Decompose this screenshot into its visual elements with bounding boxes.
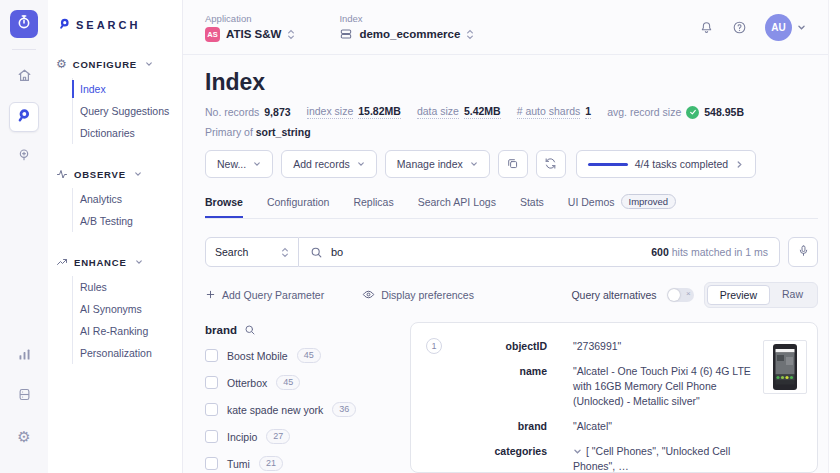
tab-stats[interactable]: Stats bbox=[520, 196, 544, 217]
display-preferences-button[interactable]: Display preferences bbox=[362, 288, 474, 303]
hit-rank-badge: 1 bbox=[426, 338, 442, 354]
manage-index-button[interactable]: Manage index bbox=[385, 150, 490, 178]
tab-search-api-logs[interactable]: Search API Logs bbox=[418, 196, 496, 217]
sidebar-item-dictionaries[interactable]: Dictionaries bbox=[80, 122, 182, 144]
help-icon[interactable] bbox=[732, 20, 747, 35]
sidebar-item-index[interactable]: Index bbox=[80, 78, 182, 100]
stat-no-records: No. records9,873 bbox=[205, 106, 291, 118]
section-header-observe[interactable]: OBSERVE bbox=[56, 168, 182, 180]
nav-section-enhance: ENHANCE Rules AI Synonyms AI Re-Ranking … bbox=[56, 256, 182, 364]
field-objectid: objectID "2736991" bbox=[427, 339, 801, 354]
toggle-knob bbox=[668, 289, 680, 301]
section-header-enhance[interactable]: ENHANCE bbox=[56, 256, 182, 268]
user-menu[interactable]: AU bbox=[765, 14, 806, 41]
sidebar-item-query-suggestions[interactable]: Query Suggestions bbox=[80, 100, 182, 122]
rail-home-button[interactable] bbox=[9, 62, 39, 92]
chevron-down-icon bbox=[357, 160, 365, 168]
search-product-logo[interactable]: SEARCH bbox=[56, 16, 182, 34]
tab-configuration[interactable]: Configuration bbox=[267, 196, 329, 217]
copy-icon bbox=[506, 157, 519, 172]
results-area: brand Boost Mobile 45 Otterbox 45 bbox=[205, 322, 818, 473]
tasks-progress-button[interactable]: 4/4 tasks completed bbox=[576, 150, 756, 178]
tab-ui-demos[interactable]: UI Demos Improved bbox=[568, 194, 676, 218]
application-selector-group: Application AS ATIS S&W bbox=[205, 13, 295, 42]
field-brand: brand "Alcatel" bbox=[427, 419, 801, 434]
sidebar-item-ai-re-ranking[interactable]: AI Re-Ranking bbox=[80, 320, 182, 342]
preview-mode-button[interactable]: Preview bbox=[707, 285, 770, 305]
facet-value-tumi[interactable]: Tumi 21 bbox=[205, 456, 400, 471]
field-key: name bbox=[427, 364, 547, 409]
database-icon bbox=[17, 387, 32, 406]
sidebar-item-analytics[interactable]: Analytics bbox=[80, 188, 182, 210]
plus-icon bbox=[205, 289, 216, 302]
algolia-logo-tile[interactable] bbox=[10, 10, 38, 38]
tab-bar: Browse Configuration Replicas Search API… bbox=[205, 194, 818, 219]
toggle-off-x-icon: × bbox=[686, 289, 691, 298]
rail-analytics-button[interactable] bbox=[9, 341, 39, 371]
index-selector[interactable]: demo_ecommerce bbox=[339, 27, 474, 41]
sidebar-item-rules[interactable]: Rules bbox=[80, 276, 182, 298]
field-key: objectID bbox=[427, 339, 547, 354]
improved-badge: Improved bbox=[621, 194, 677, 209]
section-header-configure[interactable]: ⚙ CONFIGURE bbox=[56, 58, 182, 70]
facet-search-icon[interactable] bbox=[244, 324, 256, 336]
rail-data-button[interactable] bbox=[9, 381, 39, 411]
refresh-button[interactable] bbox=[536, 150, 566, 178]
facet-attribute-name: brand bbox=[205, 324, 237, 336]
facet-value-otterbox[interactable]: Otterbox 45 bbox=[205, 375, 400, 390]
rail-recommend-button[interactable] bbox=[9, 142, 39, 172]
rail-search-product-button[interactable] bbox=[9, 102, 39, 132]
application-label: Application bbox=[205, 13, 295, 24]
eye-icon bbox=[362, 288, 375, 303]
checkbox[interactable] bbox=[205, 376, 218, 389]
stat-index-size: index size15.82MB bbox=[307, 105, 401, 119]
search-pin-icon bbox=[58, 16, 71, 34]
chevron-down-icon bbox=[470, 160, 478, 168]
raw-mode-button[interactable]: Raw bbox=[770, 285, 815, 305]
sidebar: SEARCH ⚙ CONFIGURE Index Query Suggestio… bbox=[48, 0, 183, 473]
search-type-selector[interactable]: Search bbox=[205, 237, 299, 267]
section-label: ENHANCE bbox=[74, 257, 127, 268]
avatar: AU bbox=[765, 14, 792, 41]
field-categories: categories [ "Cell Phones", "Unlocked Ce… bbox=[427, 444, 801, 473]
search-input[interactable]: bo 600 hits matched in 1 ms bbox=[299, 237, 780, 267]
sidebar-item-ab-testing[interactable]: A/B Testing bbox=[80, 210, 182, 232]
field-key: categories bbox=[427, 444, 547, 473]
new-button[interactable]: New... bbox=[205, 150, 273, 178]
checkbox[interactable] bbox=[205, 430, 218, 443]
sidebar-item-ai-synonyms[interactable]: AI Synonyms bbox=[80, 298, 182, 320]
facet-value-boost-mobile[interactable]: Boost Mobile 45 bbox=[205, 348, 400, 363]
rail-settings-button[interactable]: ⚙ bbox=[9, 421, 39, 451]
app-root: ⚙ SEARCH ⚙ CONFIGURE Index bbox=[0, 0, 840, 473]
stat-avg-record-size: avg. record size 548.95B bbox=[607, 106, 744, 119]
sidebar-item-personalization[interactable]: Personalization bbox=[80, 342, 182, 364]
product-thumbnail bbox=[763, 340, 807, 394]
scrollbar[interactable] bbox=[828, 0, 840, 473]
application-selector[interactable]: AS ATIS S&W bbox=[205, 27, 295, 42]
timer-icon bbox=[16, 14, 32, 34]
index-stats: No. records9,873 index size15.82MB data … bbox=[205, 105, 818, 119]
add-query-parameter-button[interactable]: Add Query Parameter bbox=[205, 289, 324, 302]
copy-button[interactable] bbox=[498, 150, 528, 178]
notifications-bell-icon[interactable] bbox=[699, 20, 714, 35]
chevron-down-icon bbox=[797, 23, 806, 32]
checkbox[interactable] bbox=[205, 457, 218, 470]
tab-browse[interactable]: Browse bbox=[205, 196, 243, 217]
query-alternatives-toggle[interactable]: × bbox=[667, 288, 694, 302]
facet-value-kate-spade[interactable]: kate spade new york 36 bbox=[205, 402, 400, 417]
tab-replicas[interactable]: Replicas bbox=[353, 196, 393, 217]
checkbox[interactable] bbox=[205, 349, 218, 362]
query-alternatives-label: Query alternatives bbox=[571, 289, 656, 301]
add-records-button[interactable]: Add records bbox=[281, 150, 377, 178]
voice-search-button[interactable] bbox=[788, 237, 818, 267]
main-area: Application AS ATIS S&W Index demo_ecomm… bbox=[183, 0, 840, 473]
checkbox[interactable] bbox=[205, 403, 218, 416]
facet-attribute-header: brand bbox=[205, 324, 400, 336]
search-hit-card: 1 bbox=[410, 322, 818, 473]
facet-count: 21 bbox=[259, 456, 283, 471]
bar-chart-icon bbox=[17, 347, 32, 366]
refresh-icon bbox=[544, 157, 557, 172]
facet-value-incipio[interactable]: Incipio 27 bbox=[205, 429, 400, 444]
content: Index No. records9,873 index size15.82MB… bbox=[183, 55, 840, 473]
expand-chevron-icon[interactable] bbox=[573, 447, 582, 456]
